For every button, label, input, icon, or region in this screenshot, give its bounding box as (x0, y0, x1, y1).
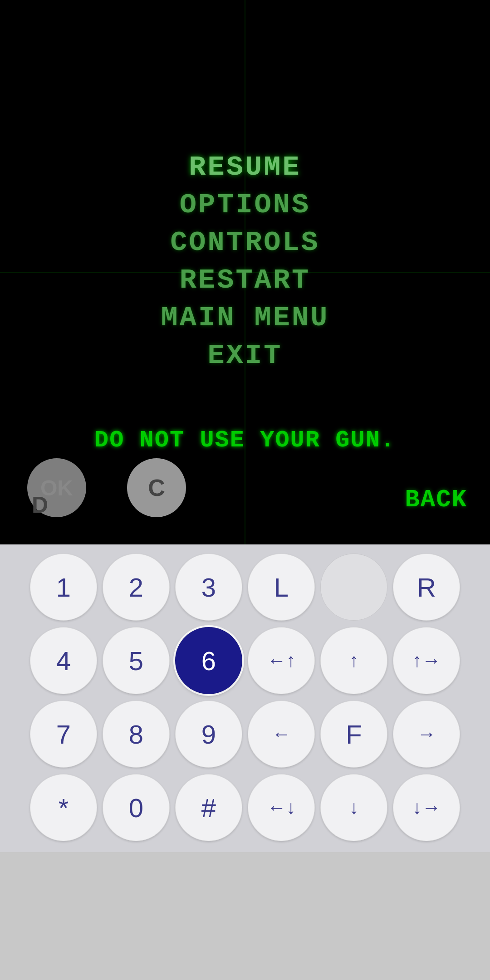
keyboard-row-3: 7 8 9 ← F → (5, 701, 485, 768)
game-screen: RESUME OPTIONS CONTROLS RESTART MAIN MEN… (0, 0, 490, 544)
key-arrow-left[interactable]: ← (248, 701, 315, 768)
key-4[interactable]: 4 (30, 627, 97, 694)
menu-item-main-menu[interactable]: MAIN MENU (161, 302, 329, 334)
menu-item-controls[interactable]: CONTROLS (170, 226, 320, 259)
menu-item-restart[interactable]: RESTART (180, 264, 310, 296)
key-2[interactable]: 2 (103, 554, 170, 621)
key-arrow-left-down[interactable]: ←↓ (248, 774, 315, 841)
key-7[interactable]: 7 (30, 701, 97, 768)
key-6[interactable]: 6 (175, 627, 242, 694)
key-arrow-down-right[interactable]: ↓→ (393, 774, 460, 841)
key-hash[interactable]: # (175, 774, 242, 841)
key-arrow-up-right[interactable]: ↑→ (393, 627, 460, 694)
key-L[interactable]: L (248, 554, 315, 621)
key-R[interactable]: R (393, 554, 460, 621)
key-1[interactable]: 1 (30, 554, 97, 621)
key-0[interactable]: 0 (103, 774, 170, 841)
key-8[interactable]: 8 (103, 701, 170, 768)
key-3[interactable]: 3 (175, 554, 242, 621)
back-button[interactable]: BACK (405, 486, 467, 514)
d-label: D (32, 492, 48, 518)
keyboard-row-4: * 0 # ←↓ ↓ ↓→ (5, 774, 485, 841)
keyboard-row-2: 4 5 6 ←↑ ↑ ↑→ (5, 627, 485, 694)
menu-item-exit[interactable]: EXIT (208, 339, 283, 372)
key-arrow-down[interactable]: ↓ (320, 774, 387, 841)
key-arrow-right[interactable]: → (393, 701, 460, 768)
pause-menu: RESUME OPTIONS CONTROLS RESTART MAIN MEN… (161, 151, 329, 372)
key-5[interactable]: 5 (103, 627, 170, 694)
menu-item-options[interactable]: OPTIONS (180, 189, 310, 221)
key-arrow-up[interactable]: ↑ (320, 627, 387, 694)
key-9[interactable]: 9 (175, 701, 242, 768)
key-arrow-left-up[interactable]: ←↑ (248, 627, 315, 694)
keyboard-row-1: 1 2 3 L R (5, 554, 485, 621)
key-F[interactable]: F (320, 701, 387, 768)
key-star[interactable]: * (30, 774, 97, 841)
c-button[interactable]: C (127, 458, 186, 517)
menu-item-resume[interactable]: RESUME (189, 151, 301, 183)
warning-message: DO NOT USE YOUR GUN. (94, 427, 396, 454)
keyboard-area: 1 2 3 L R 4 5 6 ←↑ ↑ ↑→ 7 8 9 ← F → * 0 … (0, 544, 490, 852)
key-empty-1 (320, 554, 387, 621)
